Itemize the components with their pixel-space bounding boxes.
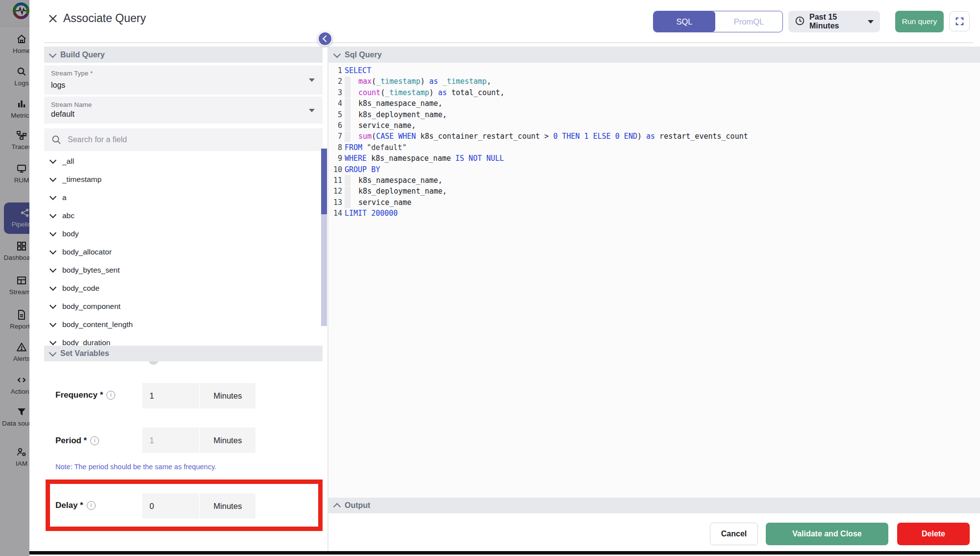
build-query-label: Build Query bbox=[60, 51, 105, 59]
build-query-section-header[interactable]: Build Query bbox=[44, 47, 323, 63]
field-name: body_bytes_sent bbox=[62, 266, 120, 275]
code-line-content: FROM "default" bbox=[345, 142, 406, 153]
run-query-button[interactable]: Run query bbox=[895, 11, 944, 32]
time-range-label: Past 15 Minutes bbox=[809, 13, 863, 30]
frequency-input-group: 1 Minutes bbox=[142, 383, 255, 408]
code-line-content: k8s_deployment_name, bbox=[345, 186, 447, 197]
frequency-unit: Minutes bbox=[199, 383, 255, 408]
line-number: 10 bbox=[329, 164, 345, 175]
search-icon bbox=[51, 134, 62, 145]
line-number: 3 bbox=[329, 87, 345, 98]
associate-query-screen: HomeLogsMetricsTracesRUMPipelinesDashboa… bbox=[0, 0, 980, 556]
line-number: 1 bbox=[329, 65, 345, 76]
chevron-down-icon bbox=[309, 109, 315, 112]
period-unit: Minutes bbox=[199, 428, 255, 453]
frequency-input[interactable]: 1 bbox=[142, 383, 199, 408]
chevron-down-icon bbox=[50, 175, 56, 182]
line-number: 8 bbox=[329, 142, 345, 153]
fullscreen-button[interactable] bbox=[949, 11, 970, 31]
delete-button[interactable]: Delete bbox=[897, 523, 970, 545]
field-name: body_duration bbox=[62, 338, 110, 346]
field-name: _all bbox=[62, 157, 74, 166]
period-input[interactable]: 1 bbox=[142, 428, 199, 453]
field-search-placeholder: Search for a field bbox=[68, 135, 127, 144]
line-number: 9 bbox=[329, 153, 345, 164]
field-row-body_content_length[interactable]: body_content_length bbox=[44, 315, 323, 333]
field-row-_all[interactable]: _all bbox=[44, 152, 323, 170]
query-language-toggle: SQL PromQL bbox=[653, 11, 783, 32]
cancel-button[interactable]: Cancel bbox=[710, 523, 758, 545]
code-line-content: k8s_namespace_name, bbox=[345, 98, 443, 109]
field-row-a[interactable]: a bbox=[44, 188, 323, 206]
info-icon[interactable] bbox=[106, 391, 115, 400]
highlight-box bbox=[46, 480, 323, 531]
tab-promql[interactable]: PromQL bbox=[715, 11, 782, 32]
field-name: body_component bbox=[62, 302, 121, 311]
line-number: 5 bbox=[329, 109, 345, 120]
stream-type-select[interactable]: Stream Type * logs bbox=[44, 65, 323, 95]
sql-query-label: Sql Query bbox=[345, 51, 382, 59]
collapse-panel-button[interactable] bbox=[318, 31, 332, 46]
line-number: 7 bbox=[329, 131, 345, 142]
code-line-7: 7sum(CASE WHEN k8s_container_restart_cou… bbox=[329, 131, 748, 142]
line-number: 11 bbox=[329, 175, 345, 186]
field-row-body[interactable]: body bbox=[44, 225, 323, 243]
chevron-down-icon bbox=[50, 284, 56, 291]
chevron-up-icon bbox=[333, 503, 341, 510]
tab-sql[interactable]: SQL bbox=[653, 11, 715, 32]
chevron-down-icon bbox=[50, 266, 56, 273]
period-label: Period * bbox=[55, 436, 99, 446]
sql-query-section-header[interactable]: Sql Query bbox=[328, 47, 980, 63]
field-row-abc[interactable]: abc bbox=[44, 206, 323, 225]
validate-and-close-button[interactable]: Validate and Close bbox=[766, 523, 888, 545]
fullscreen-icon bbox=[955, 16, 965, 26]
code-line-content: service_name, bbox=[345, 120, 416, 131]
line-number: 4 bbox=[329, 98, 345, 109]
clock-icon bbox=[795, 16, 805, 28]
field-list-scrollbar[interactable] bbox=[321, 149, 327, 326]
set-variables-label: Set Variables bbox=[60, 349, 109, 358]
code-line-8: 8FROM "default" bbox=[329, 142, 748, 153]
field-row-_timestamp[interactable]: _timestamp bbox=[44, 170, 323, 188]
code-line-content: LIMIT 200000 bbox=[345, 208, 398, 219]
code-line-9: 9WHERE k8s_namespace_name IS NOT NULL bbox=[329, 153, 748, 164]
code-line-content: sum(CASE WHEN k8s_container_restart_coun… bbox=[345, 131, 748, 142]
code-line-content: WHERE k8s_namespace_name IS NOT NULL bbox=[345, 153, 504, 164]
chevron-down-icon bbox=[868, 20, 874, 24]
period-note: Note: The period should be the same as f… bbox=[55, 463, 216, 471]
field-row-body_allocator[interactable]: body_allocator bbox=[44, 243, 323, 261]
stream-type-value: logs bbox=[51, 81, 65, 90]
field-name: body_content_length bbox=[62, 320, 133, 329]
chevron-down-icon bbox=[49, 50, 57, 58]
output-label: Output bbox=[345, 501, 370, 510]
chevron-down-icon bbox=[50, 229, 56, 236]
field-row-body_component[interactable]: body_component bbox=[44, 297, 323, 315]
app-sidebar: HomeLogsMetricsTracesRUMPipelinesDashboa… bbox=[0, 0, 29, 556]
window-bottom-edge bbox=[29, 551, 980, 555]
period-input-group: 1 Minutes bbox=[142, 428, 255, 453]
field-row-body_bytes_sent[interactable]: body_bytes_sent bbox=[44, 261, 323, 279]
field-list: _all_timestampaabcbodybody_allocatorbody… bbox=[44, 152, 323, 346]
time-range-dropdown[interactable]: Past 15 Minutes bbox=[788, 11, 880, 32]
stream-name-select[interactable]: Stream Name default bbox=[44, 97, 323, 124]
info-icon[interactable] bbox=[90, 436, 99, 445]
output-section-header[interactable]: Output bbox=[328, 498, 980, 513]
code-line-content: k8s_namespace_name, bbox=[345, 175, 443, 186]
code-line-content: k8s_deployment_name, bbox=[345, 109, 447, 120]
field-row-body_duration[interactable]: body_duration bbox=[44, 333, 323, 346]
scrollbar-thumb[interactable] bbox=[321, 149, 327, 214]
close-icon[interactable] bbox=[47, 13, 59, 25]
field-name: body_code bbox=[62, 284, 100, 293]
line-number: 13 bbox=[329, 197, 345, 208]
field-row-body_code[interactable]: body_code bbox=[44, 279, 323, 297]
code-line-content: count(_timestamp) as total_count, bbox=[345, 87, 504, 98]
field-name: body bbox=[62, 229, 79, 238]
field-search-input[interactable]: Search for a field bbox=[44, 128, 323, 151]
field-name: body_allocator bbox=[62, 248, 112, 256]
code-line-10: 10GROUP BY bbox=[329, 164, 748, 175]
sql-code-editor[interactable]: 1SELECT2max(_timestamp) as _timestamp,3c… bbox=[329, 65, 748, 219]
set-variables-section-header[interactable]: Set Variables bbox=[44, 346, 323, 361]
header-divider bbox=[44, 42, 973, 43]
chevron-down-icon bbox=[50, 338, 56, 345]
chevron-left-icon bbox=[322, 35, 329, 42]
